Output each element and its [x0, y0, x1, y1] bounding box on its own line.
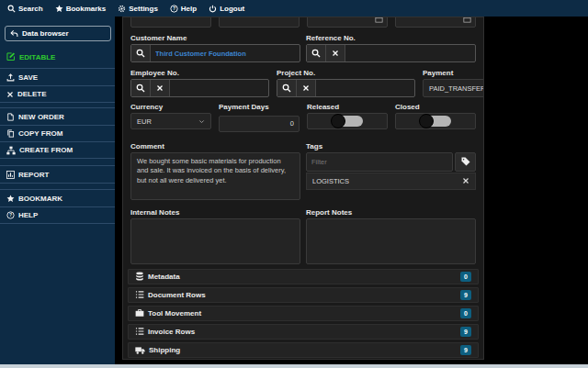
calendar-icon [375, 17, 383, 23]
sidebar-group-save: SAVE DELETE [0, 68, 115, 103]
sidebar-item-save[interactable]: SAVE [0, 69, 115, 85]
payment-select[interactable]: PAID_TRANSFER [423, 79, 484, 97]
released-toggle-box [307, 113, 388, 129]
topbar-bookmarks[interactable]: Bookmarks [55, 5, 107, 13]
search-icon [311, 49, 321, 58]
reference-no-clear-button[interactable] [326, 45, 345, 61]
save-upload-icon [6, 73, 15, 82]
project-no-search-button[interactable] [277, 80, 297, 96]
sidebar-item-create-from[interactable]: CREATE FROM [0, 141, 115, 158]
project-no-clear-button[interactable] [297, 80, 316, 96]
save-label: SAVE [18, 73, 38, 82]
topbar-help[interactable]: ? Help [170, 5, 197, 13]
x-icon [462, 177, 469, 184]
report-notes-textarea[interactable] [306, 218, 476, 264]
reference-no-label: Reference No. [306, 34, 476, 42]
section-document-rows-count-badge: 9 [460, 290, 471, 300]
delete-label: DELETE [17, 90, 47, 98]
section-tool-movement[interactable]: Tool Movement 0 [128, 306, 479, 321]
star-icon [55, 5, 63, 13]
file-icon [6, 113, 15, 121]
closed-toggle-knob [419, 114, 434, 128]
comment-textarea[interactable]: We bought some basic materials for produ… [130, 152, 300, 200]
released-label: Released [307, 103, 388, 111]
data-browser-button[interactable]: Data browser [5, 26, 111, 41]
sidebar-item-help[interactable]: ? HELP [0, 206, 115, 223]
tag-remove-button[interactable] [462, 177, 469, 184]
customer-name-search-button[interactable] [131, 45, 151, 61]
internal-notes-label: Internal Notes [130, 208, 300, 217]
currency-value: EUR [137, 117, 152, 126]
briefcase-icon [135, 308, 144, 318]
payment-days-input[interactable] [219, 116, 300, 132]
sidebar-item-new-order[interactable]: NEW ORDER [0, 108, 115, 125]
section-document-rows[interactable]: Document Rows 9 [128, 287, 479, 303]
tags-filter-input[interactable] [306, 152, 453, 172]
report-label: REPORT [18, 171, 49, 179]
row-employee-project-payment: Employee No. Project No. [130, 62, 476, 97]
customer-name-label: Customer Name [130, 34, 300, 42]
search-icon [282, 84, 291, 93]
svg-text:?: ? [173, 6, 175, 11]
topbar-help-label: Help [181, 5, 197, 13]
comment-label: Comment [130, 142, 300, 151]
tag-selected-row[interactable]: LOGISTICS [306, 173, 476, 190]
sidebar-item-delete[interactable]: DELETE [0, 85, 115, 102]
sidebar-item-copy-from[interactable]: COPY FROM [0, 125, 115, 141]
search-icon [7, 5, 16, 13]
tag-icon [461, 157, 470, 166]
section-shipping-count-badge: 9 [460, 345, 471, 355]
top-navbar: Search Bookmarks Settings ? Help Logout [0, 0, 588, 17]
topbar-settings-label: Settings [129, 5, 158, 13]
copy-from-label: COPY FROM [18, 129, 62, 138]
closed-toggle[interactable] [420, 116, 451, 127]
topbar-settings[interactable]: Settings [118, 5, 158, 13]
customer-name-input[interactable] [151, 45, 300, 61]
reference-no-group [306, 44, 476, 62]
section-metadata[interactable]: Metadata 0 [128, 269, 479, 284]
internal-notes-textarea[interactable] [130, 218, 300, 264]
reference-no-search-button[interactable] [307, 45, 326, 61]
calendar-icon [463, 17, 471, 23]
currency-select[interactable]: EUR [130, 113, 211, 129]
employee-no-label: Employee No. [130, 69, 269, 77]
sidebar-item-bookmark[interactable]: BOOKMARK [0, 190, 115, 206]
section-invoice-rows-count-badge: 9 [460, 327, 471, 337]
tag-selected-label: LOGISTICS [312, 177, 349, 185]
employee-no-clear-button[interactable] [151, 80, 170, 96]
released-toggle[interactable] [332, 116, 363, 127]
section-invoice-rows[interactable]: Invoice Rows 9 [128, 324, 479, 340]
employee-no-input[interactable] [170, 80, 268, 96]
row-notes: Internal Notes Report Notes [130, 200, 476, 264]
employee-no-search-button[interactable] [131, 80, 151, 96]
create-from-label: CREATE FROM [19, 146, 73, 154]
horizontal-scrollbar[interactable] [0, 364, 588, 368]
clipped-date-field-1[interactable] [307, 17, 388, 28]
chevron-down-icon [198, 118, 205, 125]
clipped-field-1[interactable] [130, 17, 211, 28]
currency-label: Currency [130, 103, 211, 111]
power-icon [209, 5, 217, 13]
topbar-search[interactable]: Search [7, 5, 43, 13]
sidebar-group-order: NEW ORDER COPY FROM CREATE FROM [0, 107, 115, 159]
sidebar-group-misc: BOOKMARK ? HELP [0, 189, 115, 224]
payment-label: Payment [423, 69, 484, 77]
project-no-input[interactable] [316, 80, 414, 96]
edit-icon [6, 52, 16, 61]
copy-icon [6, 129, 15, 138]
topbar-logout[interactable]: Logout [209, 5, 244, 13]
payment-days-label: Payment Days [219, 103, 300, 111]
clipped-field-2[interactable] [219, 17, 300, 28]
employee-no-group [130, 79, 269, 97]
section-shipping[interactable]: Shipping 9 [128, 342, 479, 358]
gear-icon [118, 5, 126, 13]
row-currency-toggles: Currency EUR Payment Days Released Close… [130, 97, 476, 132]
editable-status: EDITABLE [6, 52, 115, 61]
bookmark-label: BOOKMARK [18, 195, 62, 203]
section-tool-movement-count-badge: 0 [460, 308, 471, 318]
topbar-logout-label: Logout [220, 5, 244, 13]
sidebar-item-report[interactable]: REPORT [0, 166, 115, 183]
tags-button[interactable] [455, 152, 476, 172]
reference-no-input[interactable] [345, 45, 475, 61]
clipped-date-field-2[interactable] [395, 17, 476, 28]
